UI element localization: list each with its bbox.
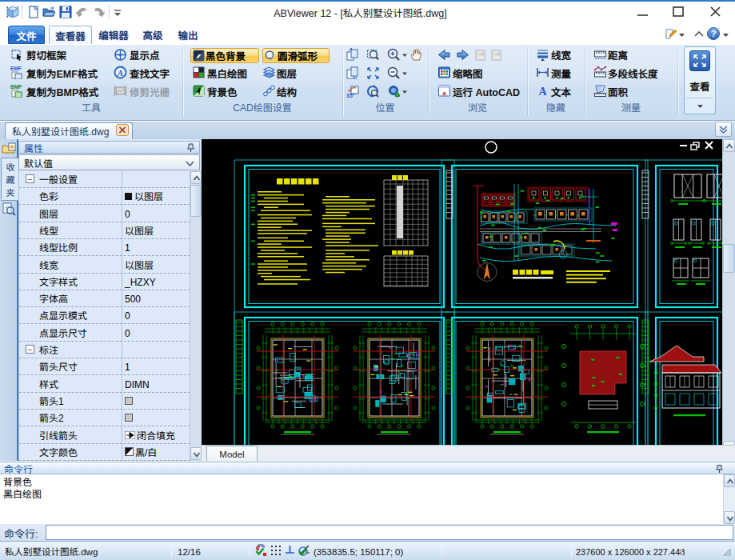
svg-text:35°: 35° [346,93,355,98]
svg-text:?: ? [711,29,717,38]
svg-text:a: a [442,89,446,97]
svg-text:A: A [117,68,123,78]
svg-text:BMP: BMP [10,84,22,90]
svg-text:EMF: EMF [10,66,22,71]
svg-text:A: A [538,86,547,98]
